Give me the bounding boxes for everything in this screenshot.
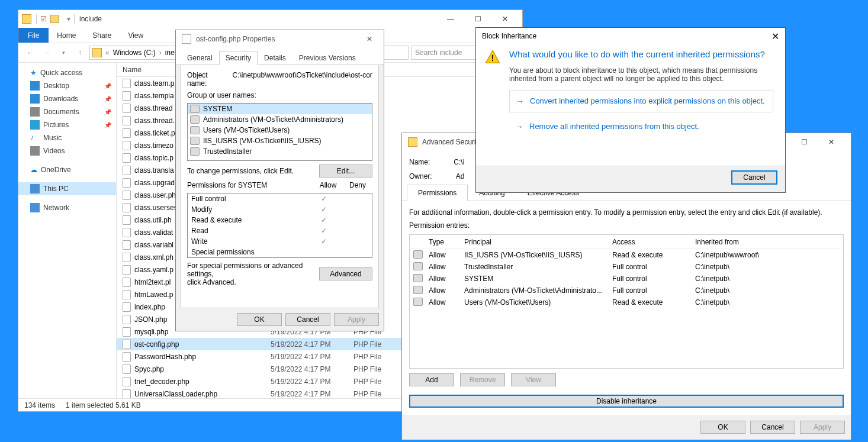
recent-dropdown[interactable]: ▾ bbox=[56, 46, 70, 60]
group-item[interactable]: SYSTEM bbox=[188, 104, 372, 114]
nav-music[interactable]: ♪Music bbox=[18, 131, 116, 144]
desktop-icon bbox=[30, 81, 40, 91]
quick-access-toolbar: ☑ ▾ bbox=[36, 14, 75, 24]
file-icon bbox=[123, 352, 131, 362]
add-button[interactable]: Add bbox=[409, 373, 454, 386]
file-icon bbox=[123, 240, 131, 250]
nav-downloads[interactable]: Downloads📌 bbox=[18, 92, 116, 105]
bi-description: You are about to block inheritance to th… bbox=[509, 66, 773, 83]
remove-button[interactable]: Remove bbox=[460, 373, 505, 386]
downloads-icon bbox=[30, 94, 40, 104]
tab-security[interactable]: Security bbox=[219, 51, 258, 65]
group-item[interactable]: Administrators (VM-OsTicket\Administrato… bbox=[188, 114, 372, 125]
pin-icon: 📌 bbox=[104, 83, 111, 89]
advanced-button[interactable]: Advanced bbox=[319, 267, 372, 280]
name-value: C:\i bbox=[454, 158, 464, 166]
nav-documents[interactable]: Documents📌 bbox=[18, 105, 116, 118]
nav-pictures[interactable]: Pictures📌 bbox=[18, 118, 116, 131]
up-button[interactable]: ↑ bbox=[73, 46, 87, 60]
close-button[interactable]: ✕ bbox=[818, 133, 845, 151]
close-button[interactable]: ✕ bbox=[771, 31, 779, 42]
forward-button[interactable]: → bbox=[40, 46, 54, 60]
folder-icon[interactable] bbox=[50, 15, 59, 23]
owner-value: Ad bbox=[456, 172, 465, 180]
nav-videos[interactable]: Videos bbox=[18, 144, 116, 157]
file-icon bbox=[123, 141, 131, 150]
qat-checkbox-icon[interactable]: ☑ bbox=[40, 15, 47, 23]
ok-button[interactable]: OK bbox=[700, 421, 745, 434]
group-icon bbox=[413, 274, 423, 282]
close-button[interactable]: ✕ bbox=[361, 35, 378, 43]
nav-this-pc[interactable]: This PC bbox=[18, 182, 116, 195]
close-button[interactable]: ✕ bbox=[491, 10, 519, 28]
back-button[interactable]: ← bbox=[23, 46, 37, 60]
group-item[interactable]: Users (VM-OsTicket\Users) bbox=[188, 125, 372, 135]
object-name-value: C:\inetpub\wwwroot\OsTicket\include\ost-… bbox=[233, 71, 373, 88]
permission-row: Write✓ bbox=[188, 236, 372, 247]
disable-inheritance-button[interactable]: Disable inheritance bbox=[409, 395, 844, 408]
share-tab[interactable]: Share bbox=[84, 28, 120, 43]
home-tab[interactable]: Home bbox=[49, 28, 84, 43]
table-header[interactable]: Type Principal Access Inherited from bbox=[410, 235, 843, 249]
nav-desktop[interactable]: Desktop📌 bbox=[18, 79, 116, 92]
tab-previous-versions[interactable]: Previous Versions bbox=[292, 51, 362, 65]
permission-entry[interactable]: AllowUsers (VM-OsTicket\Users)Read & exe… bbox=[410, 296, 843, 308]
file-icon bbox=[182, 34, 191, 44]
cancel-button[interactable]: Cancel bbox=[732, 171, 777, 184]
maximize-button[interactable]: ☐ bbox=[464, 10, 491, 28]
group-item[interactable]: TrustedInstaller bbox=[188, 146, 372, 157]
minimize-button[interactable]: — bbox=[437, 10, 464, 28]
adv-text: For special permissions or advanced sett… bbox=[187, 262, 319, 286]
file-tab[interactable]: File bbox=[18, 28, 49, 43]
entries-label: Permission entries: bbox=[409, 221, 844, 230]
permissions-for-label: Permissions for SYSTEM bbox=[187, 181, 313, 189]
apply-button[interactable]: Apply bbox=[800, 421, 845, 434]
file-icon bbox=[123, 215, 131, 225]
option-remove[interactable]: → Remove all inherited permissions from … bbox=[509, 120, 773, 134]
permission-row: Read✓ bbox=[188, 225, 372, 236]
pc-icon bbox=[30, 184, 40, 193]
nav-quick-access[interactable]: ★Quick access bbox=[18, 66, 116, 79]
file-icon bbox=[123, 191, 131, 200]
file-icon bbox=[123, 278, 131, 287]
breadcrumb-item[interactable]: Windows (C:) bbox=[113, 49, 156, 57]
view-tab[interactable]: View bbox=[120, 28, 152, 43]
warning-icon: ! bbox=[484, 49, 501, 66]
adv-help-text: For additional information, double-click… bbox=[409, 208, 844, 217]
option-convert[interactable]: → Convert inherited permissions into exp… bbox=[509, 90, 773, 112]
permission-row: Special permissions bbox=[188, 247, 372, 257]
tab-permissions[interactable]: Permissions bbox=[407, 185, 468, 201]
permission-entry[interactable]: AllowSYSTEMFull controlC:\inetpub\ bbox=[410, 273, 843, 285]
group-item[interactable]: IIS_IUSRS (VM-OsTicket\IIS_IUSRS) bbox=[188, 135, 372, 146]
maximize-button[interactable]: ☐ bbox=[790, 133, 818, 151]
ok-button[interactable]: OK bbox=[237, 313, 282, 326]
nav-network[interactable]: Network bbox=[18, 201, 116, 214]
videos-icon bbox=[30, 146, 40, 156]
explorer-titlebar: ☑ ▾ include — ☐ ✕ bbox=[18, 10, 522, 28]
groups-label: Group or user names: bbox=[187, 91, 372, 99]
edit-button[interactable]: Edit... bbox=[319, 164, 372, 178]
group-list[interactable]: SYSTEMAdministrators (VM-OsTicket\Admini… bbox=[187, 103, 372, 161]
cancel-button[interactable]: Cancel bbox=[750, 421, 795, 434]
permission-row: Full control✓ bbox=[188, 193, 372, 204]
nav-onedrive[interactable]: ☁OneDrive bbox=[18, 163, 116, 176]
qat-dropdown-icon[interactable]: ▾ bbox=[67, 15, 70, 23]
permission-entry[interactable]: AllowAdministrators (VM-OsTicket\Adminis… bbox=[410, 285, 843, 296]
permission-entry[interactable]: AllowIIS_IUSRS (VM-OsTicket\IIS_IUSRS)Re… bbox=[410, 249, 843, 261]
apply-button[interactable]: Apply bbox=[334, 313, 379, 326]
cancel-button[interactable]: Cancel bbox=[285, 313, 330, 326]
file-icon bbox=[123, 128, 131, 138]
file-icon bbox=[123, 116, 131, 125]
folder-icon bbox=[92, 48, 102, 57]
network-icon bbox=[30, 203, 40, 212]
tab-general[interactable]: General bbox=[181, 51, 219, 65]
group-icon bbox=[413, 286, 423, 294]
permissions-list: Full control✓Modify✓Read & execute✓Read✓… bbox=[187, 193, 372, 258]
permission-entries-table: Type Principal Access Inherited from All… bbox=[409, 234, 844, 369]
permission-entry[interactable]: AllowTrustedInstallerFull controlC:\inet… bbox=[410, 261, 843, 273]
folder-icon bbox=[408, 137, 417, 147]
view-button[interactable]: View bbox=[511, 373, 556, 386]
tab-details[interactable]: Details bbox=[258, 51, 292, 65]
block-inheritance-dialog: Block Inheritance ✕ ! What would you lik… bbox=[475, 27, 786, 193]
option-remove-label: Remove all inherited permissions from th… bbox=[529, 122, 699, 131]
